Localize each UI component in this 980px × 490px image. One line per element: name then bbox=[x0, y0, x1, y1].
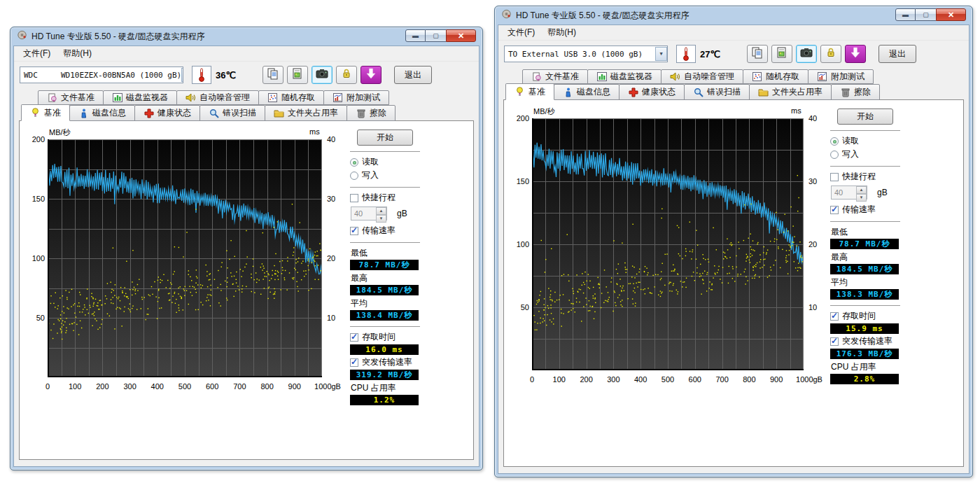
x-tick-label: 800 bbox=[252, 382, 283, 391]
x-tick-label: 100 bbox=[59, 382, 90, 391]
drive-select[interactable]: WDC WD10EZEX-00BN5A0 (1000 gB) ▼ bbox=[20, 66, 183, 83]
tab-strip-top: 文件基准磁盘监视器自动噪音管理随机存取附加测试 bbox=[498, 69, 969, 84]
copy-to-clipboard-button[interactable] bbox=[262, 66, 284, 84]
window-title: HD Tune 专业版 5.50 - 硬盘/固态硬盘实用程序 bbox=[31, 31, 204, 43]
short-stroke-input[interactable] bbox=[351, 207, 375, 220]
cross-icon bbox=[628, 88, 638, 97]
menu-help[interactable]: 帮助(H) bbox=[542, 25, 581, 40]
save-screenshot-button[interactable] bbox=[287, 66, 308, 84]
transfer-rate-checkbox[interactable] bbox=[830, 206, 839, 214]
tab-folder-usage[interactable]: 文件夹占用率 bbox=[265, 105, 347, 121]
tab-strip-bottom: 基准磁盘信息健康状态错误扫描文件夹占用率擦除 bbox=[498, 84, 969, 100]
tab-extra-tests[interactable]: 附加测试 bbox=[323, 90, 389, 105]
save-screenshot-button[interactable] bbox=[771, 45, 792, 63]
minimize-button[interactable]: ▬ bbox=[895, 8, 916, 21]
menu-file[interactable]: 文件(F) bbox=[18, 46, 55, 61]
update-check-button[interactable] bbox=[845, 45, 866, 63]
read-radio[interactable] bbox=[350, 158, 358, 167]
window-title: HD Tune 专业版 5.50 - 硬盘/固态硬盘实用程序 bbox=[516, 10, 689, 22]
menu-file[interactable]: 文件(F) bbox=[503, 25, 540, 40]
titlebar[interactable]: HD Tune 专业版 5.50 - 硬盘/固态硬盘实用程序 ▬ ▢ ✕ bbox=[495, 6, 972, 24]
tab-health[interactable]: 健康状态 bbox=[619, 84, 685, 100]
minichart-icon bbox=[817, 72, 827, 82]
maximize-button[interactable]: ▢ bbox=[916, 8, 936, 21]
titlebar[interactable]: HD Tune 专业版 5.50 - 硬盘/固态硬盘实用程序 ▬ ▢ ✕ bbox=[10, 27, 482, 46]
tab-benchmark[interactable]: 基准 bbox=[505, 83, 554, 100]
burst-rate-checkbox[interactable] bbox=[830, 337, 839, 346]
y-tick-label: 100 bbox=[508, 240, 529, 248]
save-image-icon bbox=[776, 46, 788, 62]
tab-label: 基准 bbox=[44, 107, 61, 119]
tab-random-access[interactable]: 随机存取 bbox=[743, 69, 808, 84]
spin-down-icon[interactable]: ▼ bbox=[376, 215, 386, 223]
transfer-rate-checkbox[interactable] bbox=[350, 227, 358, 235]
tab-extra-tests[interactable]: 附加测试 bbox=[808, 69, 874, 84]
burst-rate-checkbox[interactable] bbox=[350, 358, 358, 367]
short-stroke-checkbox[interactable] bbox=[350, 194, 358, 202]
options-button[interactable] bbox=[820, 45, 841, 63]
x-tick-label: 900 bbox=[279, 382, 310, 391]
tab-health[interactable]: 健康状态 bbox=[134, 105, 200, 121]
tab-benchmark[interactable]: 基准 bbox=[21, 104, 70, 121]
spin-down-icon[interactable]: ▼ bbox=[856, 194, 867, 202]
tab-disk-info[interactable]: 磁盘信息 bbox=[69, 105, 135, 121]
tab-disk-monitor[interactable]: 磁盘监视器 bbox=[103, 90, 177, 105]
tab-folder-usage[interactable]: 文件夹占用率 bbox=[749, 84, 832, 100]
write-radio[interactable] bbox=[830, 150, 839, 159]
short-stroke-spinner[interactable]: ▲▼ bbox=[351, 206, 387, 220]
tab-disk-monitor[interactable]: 磁盘监视器 bbox=[587, 69, 662, 84]
short-stroke-spinner[interactable]: ▲▼ bbox=[831, 186, 867, 200]
short-stroke-input[interactable] bbox=[832, 186, 855, 199]
tab-label: 磁盘信息 bbox=[92, 107, 126, 119]
exit-button[interactable]: 退出 bbox=[878, 45, 916, 63]
tab-auto-noise[interactable]: 自动噪音管理 bbox=[176, 90, 259, 105]
avg-value: 138.3 MB/秒 bbox=[830, 289, 899, 300]
burst-rate-value: 176.3 MB/秒 bbox=[830, 349, 899, 359]
magnifier-icon bbox=[209, 108, 219, 118]
tab-error-scan[interactable]: 错误扫描 bbox=[200, 105, 265, 121]
screenshot-button[interactable] bbox=[796, 45, 817, 63]
copy-to-clipboard-button[interactable] bbox=[747, 45, 768, 63]
tab-erase[interactable]: 擦除 bbox=[346, 105, 396, 121]
start-button[interactable]: 开始 bbox=[837, 108, 893, 125]
tab-auto-noise[interactable]: 自动噪音管理 bbox=[661, 69, 743, 84]
spin-up-icon[interactable]: ▲ bbox=[856, 186, 867, 194]
tab-label: 随机存取 bbox=[281, 92, 315, 104]
access-time-checkbox[interactable] bbox=[350, 333, 358, 342]
tab-file-benchmark[interactable]: 文件基准 bbox=[38, 90, 104, 105]
close-button[interactable]: ✕ bbox=[446, 29, 476, 42]
drive-temperature: 36℃ bbox=[216, 70, 236, 80]
tab-label: 磁盘监视器 bbox=[610, 71, 652, 83]
write-radio[interactable] bbox=[350, 172, 358, 180]
benchmark-chart bbox=[48, 139, 322, 377]
update-check-button[interactable] bbox=[360, 66, 382, 84]
x-tick-label: 900 bbox=[761, 375, 792, 384]
speaker-icon bbox=[670, 72, 680, 82]
chevron-down-icon[interactable]: ▼ bbox=[655, 47, 667, 61]
exit-button[interactable]: 退出 bbox=[394, 66, 432, 84]
menu-help[interactable]: 帮助(H) bbox=[58, 46, 97, 61]
tab-random-access[interactable]: 随机存取 bbox=[258, 90, 324, 105]
chevron-down-icon[interactable]: ▼ bbox=[181, 68, 183, 82]
start-button[interactable]: 开始 bbox=[357, 130, 413, 146]
maximize-button[interactable]: ▢ bbox=[426, 29, 446, 42]
y-tick-label: 200 bbox=[508, 114, 529, 122]
short-stroke-label: 快捷行程 bbox=[842, 171, 876, 183]
tab-label: 磁盘信息 bbox=[577, 86, 610, 98]
tab-erase[interactable]: 擦除 bbox=[831, 84, 880, 100]
screenshot-button[interactable] bbox=[312, 66, 332, 84]
access-time-checkbox[interactable] bbox=[830, 312, 839, 321]
tab-error-scan[interactable]: 错误扫描 bbox=[684, 84, 750, 100]
short-stroke-checkbox[interactable] bbox=[830, 173, 839, 181]
tab-disk-info[interactable]: 磁盘信息 bbox=[554, 84, 620, 100]
options-button[interactable] bbox=[336, 66, 357, 84]
drive-select[interactable]: TO External USB 3.0 (1000 gB) ▼ bbox=[504, 46, 668, 62]
avg-label: 平均 bbox=[831, 276, 900, 288]
read-radio[interactable] bbox=[830, 137, 839, 146]
tab-file-benchmark[interactable]: 文件基准 bbox=[522, 69, 588, 84]
minimize-button[interactable]: ▬ bbox=[405, 29, 426, 42]
close-button[interactable]: ✕ bbox=[936, 8, 966, 21]
spin-up-icon[interactable]: ▲ bbox=[376, 207, 386, 215]
left-axis-unit: MB/秒 bbox=[49, 127, 71, 138]
min-label: 最低 bbox=[831, 226, 900, 238]
